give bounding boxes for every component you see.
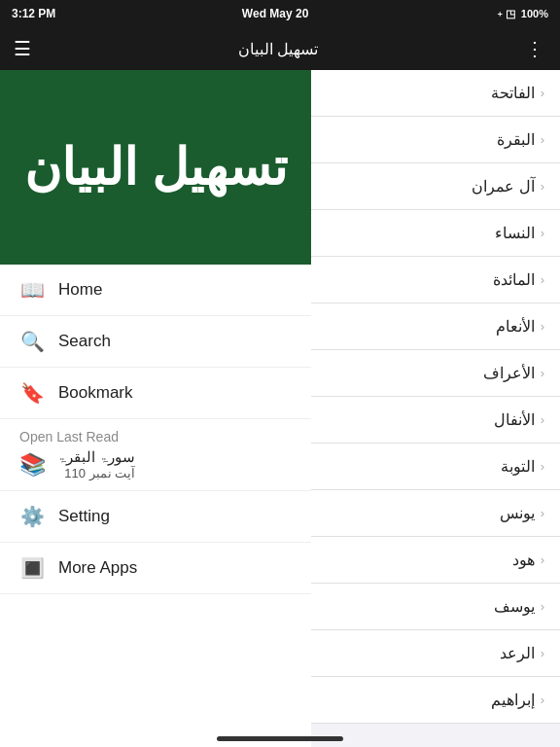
surah-list-item[interactable]: النساء ›	[311, 210, 560, 257]
surah-name: يونس	[500, 504, 535, 522]
surah-list-item[interactable]: الأنعام ›	[311, 303, 560, 350]
sidebar-item-home[interactable]: 📖 Home	[0, 265, 311, 316]
surah-list-item[interactable]: آل عمران ›	[311, 163, 560, 210]
home-icon: 📖	[19, 278, 45, 302]
surah-arrow-icon: ›	[541, 412, 544, 427]
last-read-label: Open Last Read	[19, 429, 292, 445]
search-icon: 🔍	[19, 330, 45, 353]
surah-name: البقرة	[497, 130, 535, 149]
sidebar: تسهیل البیان 📖 Home 🔍 Search 🔖 Bookmark …	[0, 70, 311, 747]
surah-name: النساء	[495, 224, 535, 242]
search-label: Search	[58, 332, 111, 351]
surah-name: الأنعام	[496, 317, 535, 336]
surah-arrow-icon: ›	[541, 459, 544, 474]
surah-arrow-icon: ›	[541, 366, 544, 380]
surah-arrow-icon: ›	[541, 86, 544, 100]
more-apps-label: More Apps	[58, 558, 137, 578]
surah-arrow-icon: ›	[541, 646, 544, 660]
home-indicator	[217, 736, 343, 741]
surah-arrow-icon: ›	[541, 179, 544, 194]
surah-name: هود	[512, 551, 535, 569]
surah-list-item[interactable]: الرعد ›	[311, 630, 560, 677]
status-time: 3:12 PM	[12, 7, 55, 20]
surah-name: الأنفال	[494, 410, 535, 429]
surah-name: الفاتحة	[491, 84, 535, 102]
surah-name: الأعراف	[483, 364, 535, 382]
surah-list-item[interactable]: البقرة ›	[311, 117, 560, 163]
sidebar-item-setting[interactable]: ⚙️ Setting	[0, 491, 311, 543]
main-layout: تسهیل البیان 📖 Home 🔍 Search 🔖 Bookmark …	[0, 70, 560, 747]
sidebar-item-bookmark[interactable]: 🔖 Bookmark	[0, 368, 311, 419]
sidebar-menu: 📖 Home 🔍 Search 🔖 Bookmark Open Last Rea…	[0, 265, 311, 747]
surah-arrow-icon: ›	[541, 599, 544, 614]
surah-arrow-icon: ›	[541, 272, 544, 287]
surah-list-item[interactable]: الفاتحة ›	[311, 70, 560, 117]
more-icon[interactable]: ⋮	[525, 37, 546, 60]
surah-arrow-icon: ›	[541, 132, 544, 147]
surah-list-item[interactable]: الأعراف ›	[311, 350, 560, 397]
battery-status: 100%	[521, 8, 548, 19]
last-read-icon: 📚	[19, 452, 46, 478]
sidebar-item-search[interactable]: 🔍 Search	[0, 316, 311, 368]
home-label: Home	[58, 280, 102, 300]
surah-name: التوبة	[501, 457, 535, 476]
wifi-icon: ﹢◳	[495, 7, 515, 21]
bookmark-icon: 🔖	[19, 381, 45, 405]
surah-list-item[interactable]: يونس ›	[311, 490, 560, 537]
status-indicators: ﹢◳ 100%	[495, 7, 548, 21]
surah-arrow-icon: ›	[541, 693, 544, 707]
surah-list-item[interactable]: يوسف ›	[311, 584, 560, 630]
menu-icon[interactable]: ☰	[14, 37, 31, 60]
surah-list-item[interactable]: الأنفال ›	[311, 397, 560, 444]
last-read-surah: سورۃ البقرۃ	[57, 448, 135, 466]
last-read-content: 📚 سورۃ البقرۃ آیت نمبر 110	[19, 448, 292, 480]
surah-arrow-icon: ›	[541, 506, 544, 520]
app-title-arabic: تسهیل البیان	[24, 137, 286, 197]
surah-arrow-icon: ›	[541, 226, 544, 240]
last-read-text: سورۃ البقرۃ آیت نمبر 110	[57, 448, 135, 480]
sidebar-header: تسهیل البیان	[0, 70, 311, 265]
surah-arrow-icon: ›	[541, 319, 544, 334]
surah-name: المائدة	[493, 270, 535, 289]
surah-list-item[interactable]: المائدة ›	[311, 257, 560, 303]
setting-icon: ⚙️	[19, 505, 45, 528]
nav-bar: ☰ تسهيل البیان ⋮	[0, 27, 560, 70]
surah-name: آل عمران	[472, 177, 534, 196]
last-read-section[interactable]: Open Last Read 📚 سورۃ البقرۃ آیت نمبر 11…	[0, 419, 311, 491]
setting-label: Setting	[58, 507, 110, 526]
last-read-ayat: آیت نمبر 110	[57, 466, 135, 480]
bookmark-label: Bookmark	[58, 383, 133, 403]
surah-list-item[interactable]: هود ›	[311, 537, 560, 584]
more-apps-icon: 🔳	[19, 556, 45, 580]
surah-list-item[interactable]: التوبة ›	[311, 444, 560, 490]
surah-name: الرعد	[500, 644, 535, 662]
status-bar: 3:12 PM Wed May 20 ﹢◳ 100%	[0, 0, 560, 27]
surah-list-item[interactable]: إبراهيم ›	[311, 677, 560, 724]
nav-title: تسهيل البیان	[238, 40, 318, 58]
surah-arrow-icon: ›	[541, 552, 544, 567]
sidebar-item-more-apps[interactable]: 🔳 More Apps	[0, 543, 311, 594]
surah-name: إبراهيم	[491, 691, 535, 709]
status-day: Wed May 20	[242, 7, 308, 20]
surah-name: يوسف	[494, 597, 535, 616]
surah-list-panel[interactable]: الفاتحة › البقرة › آل عمران › النساء › ا…	[311, 70, 560, 747]
